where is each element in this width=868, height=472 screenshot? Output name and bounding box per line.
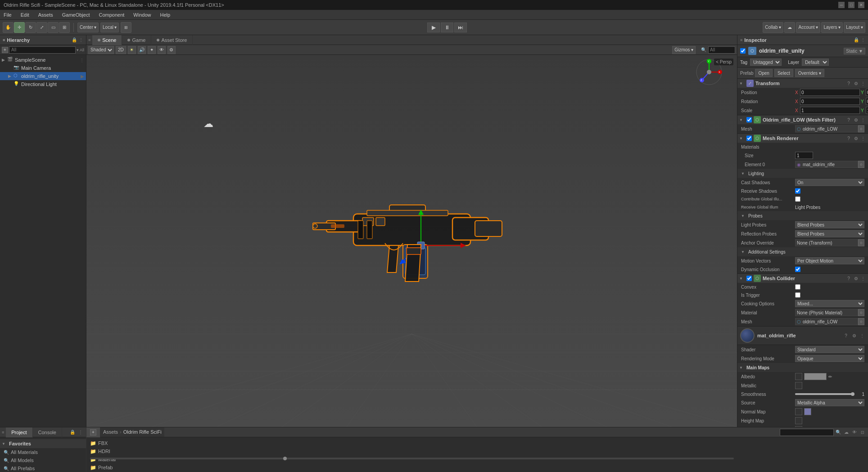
favorites-header[interactable]: ▼ Favorites	[0, 439, 86, 448]
mesh-collider-menu-btn[interactable]: ⋮	[860, 275, 866, 281]
mesh-renderer-header[interactable]: ▼ ⬡ Mesh Renderer ? ⚙ ⋮	[737, 134, 868, 143]
bottom-menu-btn[interactable]: ⋮	[77, 429, 84, 436]
is-trigger-checkbox[interactable]	[795, 292, 800, 298]
lighting-btn[interactable]: ☀	[128, 46, 136, 54]
material-info-btn[interactable]: ?	[843, 332, 849, 339]
step-button[interactable]: ⏭	[454, 23, 467, 32]
scene-visibility-btn[interactable]: 👁	[158, 46, 166, 54]
menu-help[interactable]: Help	[158, 11, 172, 18]
reflection-probes-dropdown[interactable]: Blend Probes	[795, 230, 864, 237]
maximize-btn[interactable]: □	[848, 2, 854, 8]
inspector-menu-btn[interactable]: ⋮	[861, 37, 865, 42]
assets-size-btn[interactable]: ⊡	[859, 429, 866, 436]
collab-button[interactable]: Collab ▾	[763, 22, 783, 33]
convex-checkbox[interactable]	[795, 284, 800, 290]
albedo-color-swatch[interactable]	[804, 373, 827, 380]
menu-assets[interactable]: Assets	[36, 11, 55, 18]
probes-subsection-header[interactable]: ▼ Probes	[737, 211, 868, 220]
menu-component[interactable]: Component	[97, 11, 126, 18]
mesh-select-btn[interactable]: ○	[858, 125, 864, 132]
collider-material-ref[interactable]: None (Physic Material)	[795, 309, 858, 316]
mesh-ref[interactable]: ⬡ oldrim_rifle_LOW	[795, 125, 858, 132]
tree-item-samplescene[interactable]: ▶ 🎬 SampleScene ⋮	[0, 56, 86, 64]
audio-btn[interactable]: 🔊	[138, 46, 146, 54]
light-probes-dropdown[interactable]: Blend Probes	[795, 221, 864, 228]
account-button[interactable]: Account ▾	[796, 22, 820, 33]
tree-item-light[interactable]: 💡 Directional Light	[0, 80, 86, 88]
fx-btn[interactable]: ✦	[148, 46, 156, 54]
mesh-renderer-menu-btn[interactable]: ⋮	[860, 135, 866, 141]
close-btn[interactable]: ✕	[858, 2, 864, 8]
mesh-filter-enabled-checkbox[interactable]	[746, 117, 752, 123]
albedo-edit-btn[interactable]: ✏	[827, 373, 834, 380]
contribute-gi-checkbox[interactable]	[795, 196, 800, 202]
layout-button[interactable]: Layout ▾	[844, 22, 865, 33]
anchor-override-ref[interactable]: None (Transform)	[795, 239, 858, 246]
lighting-subsection-header[interactable]: ▼ Lighting	[737, 169, 868, 178]
menu-file[interactable]: File	[2, 11, 14, 18]
mesh-collider-enabled-checkbox[interactable]	[746, 276, 752, 281]
collider-mesh-select-btn[interactable]: ○	[858, 318, 864, 325]
tab-asset-store[interactable]: Asset Store	[151, 35, 193, 45]
move-tool-btn[interactable]: ✛	[14, 22, 25, 33]
normal-map-texture-slot[interactable]	[795, 408, 802, 415]
mesh-filter-info-btn[interactable]: ?	[845, 117, 852, 123]
rotation-x-input[interactable]	[800, 98, 860, 105]
cooking-options-dropdown[interactable]: Mixed...	[795, 300, 864, 307]
fav-item-all-materials[interactable]: 🔍 All Materials	[0, 448, 86, 456]
play-button[interactable]: ▶	[427, 23, 440, 32]
rifle-menu-icon[interactable]: ▶	[81, 74, 84, 79]
albedo-texture-slot[interactable]	[795, 373, 802, 380]
breadcrumb-oldrim[interactable]: Oldrim Rifle SciFi	[123, 429, 162, 435]
mesh-collider-settings-btn[interactable]: ⚙	[853, 275, 859, 281]
tag-dropdown[interactable]: Untagged	[750, 59, 782, 66]
cast-shadows-dropdown[interactable]: On	[795, 179, 864, 186]
shading-dropdown[interactable]: Shaded	[88, 46, 114, 54]
menu-gameobject[interactable]: GameObject	[60, 11, 92, 18]
main-maps-header[interactable]: ▼ Main Maps	[737, 363, 868, 372]
snap-btn[interactable]: ⊞	[121, 22, 131, 33]
assets-visibility-btn[interactable]: 👁	[851, 429, 858, 436]
mesh-collider-info-btn[interactable]: ?	[845, 275, 852, 281]
shader-dropdown[interactable]: Standard	[795, 346, 864, 353]
collider-material-select-btn[interactable]: ○	[858, 309, 864, 316]
additional-settings-header[interactable]: ▼ Additional Settings	[737, 247, 868, 256]
asset-folder-fbx[interactable]: 📁 FBX	[86, 439, 868, 447]
assets-search-btn[interactable]: 🔍	[835, 429, 842, 436]
metallic-texture-slot[interactable]	[795, 382, 802, 389]
rotation-y-input[interactable]	[866, 98, 868, 105]
rendering-mode-dropdown[interactable]: Opaque	[795, 355, 864, 362]
element0-ref[interactable]: ◉ mat_oldrim_rifle	[795, 161, 858, 168]
scene-menu-icon[interactable]: ⋮	[80, 58, 84, 63]
tab-game[interactable]: Game	[122, 35, 151, 45]
layers-button[interactable]: Layers ▾	[821, 22, 843, 33]
source-dropdown[interactable]: Metallic Alpha	[795, 399, 864, 406]
fav-item-all-prefabs[interactable]: 🔍 All Prefabs	[0, 464, 86, 472]
transform-settings-btn[interactable]: ⚙	[853, 80, 859, 86]
assets-add-btn[interactable]: +	[90, 429, 96, 436]
mesh-collider-header[interactable]: ▼ ⬡ Mesh Collider ? ⚙ ⋮	[737, 274, 868, 283]
mesh-filter-settings-btn[interactable]: ⚙	[853, 117, 859, 123]
layer-dropdown[interactable]: Default	[802, 59, 829, 66]
fav-item-all-models[interactable]: 🔍 All Models	[0, 456, 86, 464]
motion-vectors-dropdown[interactable]: Per Object Motion	[795, 257, 864, 264]
prefab-overrides-btn[interactable]: Overrides ▾	[795, 69, 824, 77]
static-dropdown-btn[interactable]: Static ▼	[844, 48, 865, 54]
scale-x-input[interactable]	[800, 107, 860, 114]
hierarchy-menu-btn[interactable]: ⋮	[79, 37, 83, 42]
tab-console[interactable]: Console	[33, 427, 62, 437]
prefab-select-btn[interactable]: Select	[774, 69, 793, 77]
rect-tool-btn[interactable]: ▭	[48, 22, 59, 33]
position-x-input[interactable]	[800, 89, 860, 96]
asset-folder-hdri[interactable]: 📁 HDRI	[86, 447, 868, 455]
minimize-btn[interactable]: ─	[838, 2, 845, 8]
transform-section-header[interactable]: ▼ ⤢ Transform ? ⚙ ⋮	[737, 79, 868, 88]
pause-button[interactable]: ⏸	[441, 23, 453, 32]
pivot-dropdown[interactable]: Center ▾	[77, 23, 99, 32]
height-map-texture-slot[interactable]	[795, 417, 802, 424]
tree-item-maincamera[interactable]: 📷 Main Camera	[0, 64, 86, 72]
assets-search-input[interactable]	[780, 429, 834, 436]
size-slider-thumb[interactable]	[283, 457, 287, 460]
rotate-tool-btn[interactable]: ↻	[25, 22, 36, 33]
2d-btn[interactable]: 2D	[116, 46, 126, 54]
